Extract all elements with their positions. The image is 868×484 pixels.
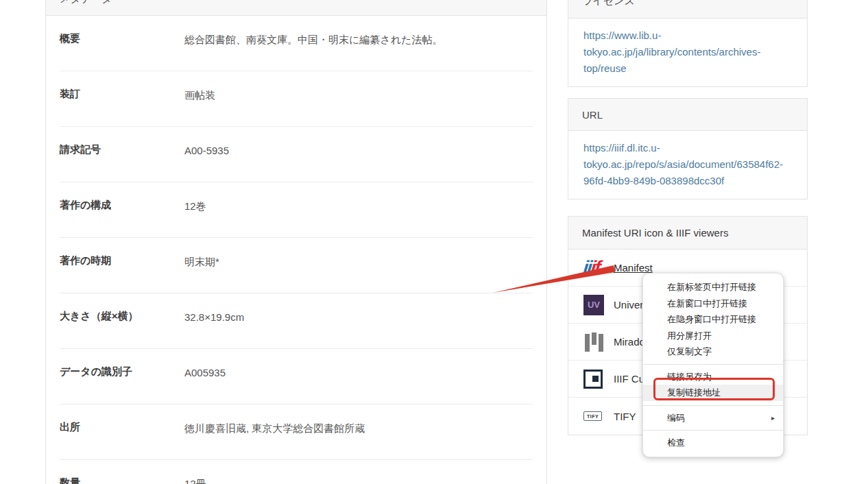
table-row: 装訂 画帖装 [60,71,533,127]
url-panel-title: URL [582,109,603,121]
metadata-panel-header: メタデータ [46,0,546,16]
menu-item-open-link-incognito[interactable]: 在隐身窗口中打开链接 [643,311,783,328]
row-value: 画帖装 [184,88,533,126]
table-row: 数量 12冊 [60,460,533,484]
table-row: データの識別子 A005935 [60,349,533,404]
row-value: 明末期* [184,254,533,293]
page: メタデータ 概要 総合図書館、南葵文庫。中国・明末に編纂された法帖。 装訂 画帖… [0,0,868,484]
viewers-panel-header: Manifest URI icon & IIIF viewers [568,217,807,250]
iiif-curation-viewer-icon [583,370,607,389]
metadata-table: 概要 総合図書館、南葵文庫。中国・明末に編纂された法帖。 装訂 画帖装 請求記号… [46,16,546,484]
menu-item-encoding[interactable]: 编码 ▸ [643,410,783,426]
universal-viewer-icon: UV [583,295,607,315]
row-value: 32.8×19.9cm [184,310,533,348]
row-label: 出所 [60,421,184,459]
row-label: 著作の時期 [60,254,184,293]
menu-item-open-split-screen[interactable]: 用分屏打开 [643,328,783,344]
table-row: 請求記号 A00-5935 [60,127,533,182]
url-panel-header: URL [568,99,807,131]
row-label: 大きさ（縦×横） [60,310,184,348]
viewer-item-label[interactable]: Manifest [614,262,653,274]
row-label: 装訂 [60,88,184,126]
row-label: データの識別子 [60,365,184,404]
row-label: 請求記号 [60,143,184,182]
table-row: 大きさ（縦×横） 32.8×19.9cm [60,293,533,349]
metadata-panel-title: メタデータ [60,0,112,5]
url-panel: URL https://iiif.dl.itc.u-tokyo.ac.jp/re… [568,98,808,199]
table-row: 出所 徳川慶喜旧蔵, 東京大学総合図書館所蔵 [60,404,533,460]
submenu-arrow-icon: ▸ [771,410,783,426]
row-value: 徳川慶喜旧蔵, 東京大学総合図書館所蔵 [184,421,533,459]
table-row: 著作の時期 明末期* [60,238,533,293]
iiif-logo-icon: iiif [583,258,607,277]
mirador-icon [583,332,607,352]
menu-item-save-link-as[interactable]: 链接另存为 [643,369,783,385]
row-label: 数量 [60,476,184,484]
menu-item-copy-link-address[interactable]: 复制链接地址 [643,385,783,401]
license-panel-header: ライセンス [568,0,807,19]
row-value: A005935 [184,365,533,404]
viewer-item-label[interactable]: Mirado [614,336,645,348]
row-label: 著作の構成 [60,199,184,237]
manifest-url-link[interactable]: https://iiif.dl.itc.u-tokyo.ac.jp/repo/s… [583,140,792,189]
menu-item-inspect[interactable]: 检查 [643,435,783,451]
menu-item-copy-text-only[interactable]: 仅复制文字 [643,343,783,360]
menu-separator [643,430,783,431]
viewers-panel-title: Manifest URI icon & IIIF viewers [582,227,728,239]
metadata-panel: メタデータ 概要 総合図書館、南葵文庫。中国・明末に編纂された法帖。 装訂 画帖… [45,0,547,484]
row-value: 総合図書館、南葵文庫。中国・明末に編纂された法帖。 [184,32,533,71]
menu-separator [643,405,783,406]
row-value: 12巻 [184,199,533,237]
tify-icon: TIFY [583,411,607,421]
menu-item-open-link-new-window[interactable]: 在新窗口中打开链接 [643,295,783,312]
context-menu: 在新标签页中打开链接 在新窗口中打开链接 在隐身窗口中打开链接 用分屏打开 仅复… [642,273,784,457]
license-panel-title: ライセンス [582,0,635,8]
menu-item-open-link-new-tab[interactable]: 在新标签页中打开链接 [643,279,783,295]
menu-separator [643,364,783,365]
viewer-item-label[interactable]: TIFY [614,411,636,422]
row-value: 12冊 [184,476,533,484]
table-row: 著作の構成 12巻 [60,182,533,238]
table-row: 概要 総合図書館、南葵文庫。中国・明末に編纂された法帖。 [60,16,533,71]
license-link[interactable]: https://www.lib.u-tokyo.ac.jp/ja/library… [583,27,792,77]
row-label: 概要 [60,32,184,71]
license-panel: ライセンス https://www.lib.u-tokyo.ac.jp/ja/l… [568,0,808,87]
row-value: A00-5935 [184,143,533,182]
